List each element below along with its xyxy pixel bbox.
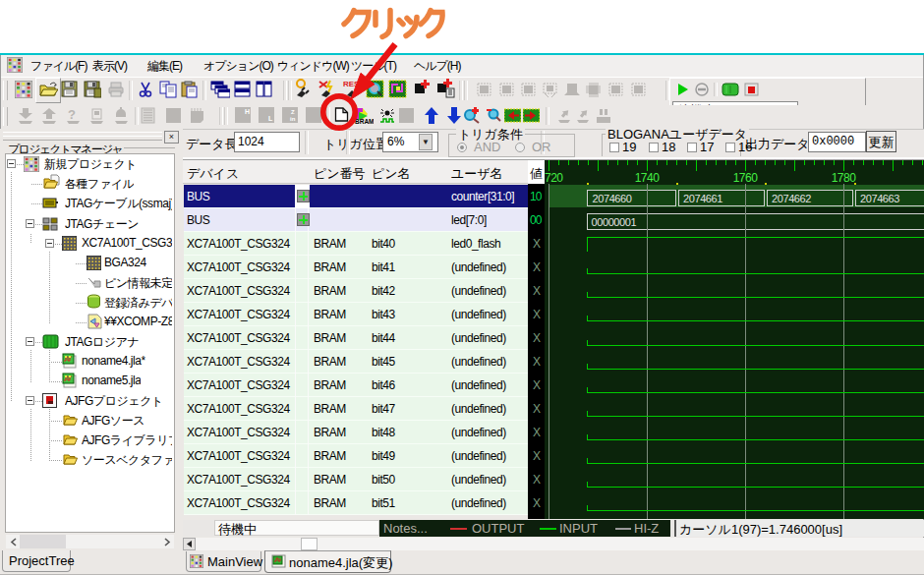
svg-text:2074660: 2074660: [593, 193, 632, 204]
svg-text:2074661: 2074661: [683, 193, 722, 204]
svg-text:1780: 1780: [832, 171, 857, 185]
svg-text:1740: 1740: [635, 171, 661, 185]
svg-text:L: L: [268, 115, 273, 122]
svg-text:2074663: 2074663: [860, 193, 899, 204]
svg-text:?: ?: [68, 107, 76, 122]
svg-text:2074662: 2074662: [772, 193, 811, 204]
svg-text:H: H: [245, 108, 250, 115]
svg-text:00000001: 00000001: [592, 216, 637, 228]
svg-text:1760: 1760: [733, 171, 759, 185]
svg-text:720: 720: [545, 171, 563, 185]
